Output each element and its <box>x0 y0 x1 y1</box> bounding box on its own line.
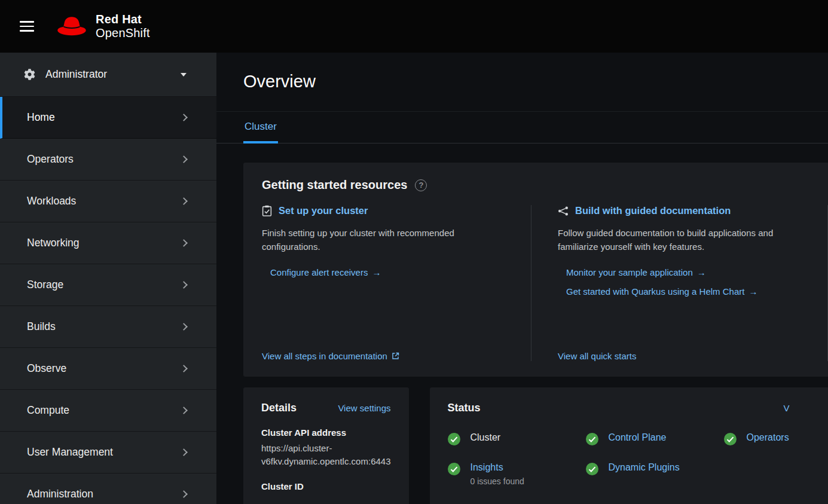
perspective-switcher[interactable]: Administrator <box>0 53 216 97</box>
brand-openshift: OpenShift <box>96 26 150 40</box>
hamburger-icon <box>20 21 34 23</box>
chevron-right-icon <box>180 114 188 121</box>
status-item-dynamic-plugins: Dynamic Plugins <box>586 462 724 486</box>
sidebar-item-networking[interactable]: Networking <box>0 222 216 264</box>
link-label: Monitor your sample application <box>566 267 693 277</box>
setup-cluster-link[interactable]: Set up your cluster <box>279 205 368 216</box>
chevron-right-icon <box>180 448 188 456</box>
status-item-insights: Insights 0 issues found <box>448 462 586 486</box>
sidebar-item-observe[interactable]: Observe <box>0 348 216 390</box>
cluster-id-field: Cluster ID <box>261 481 391 491</box>
setup-cluster-column: Set up your cluster Finish setting up yo… <box>262 205 531 361</box>
masthead: Red Hat OpenShift <box>0 0 828 53</box>
monitor-sample-application-link[interactable]: Monitor your sample application → <box>566 267 803 277</box>
sidebar-nav: Administrator Home Operators Workloads N… <box>0 53 216 504</box>
configure-alert-receivers-link[interactable]: Configure alert receivers → <box>270 267 507 277</box>
dynamic-plugins-link[interactable]: Dynamic Plugins <box>609 462 680 472</box>
sidebar-item-home[interactable]: Home <box>0 97 216 139</box>
nav-toggle-button[interactable] <box>20 20 35 33</box>
view-all-quick-starts-link[interactable]: View all quick starts <box>558 339 803 361</box>
details-card: Details View settings Cluster API addres… <box>243 387 409 504</box>
getting-started-header: Getting started resources ? <box>262 178 828 192</box>
chevron-right-icon <box>180 323 188 331</box>
clipboard-check-icon <box>262 205 272 216</box>
getting-started-columns: Set up your cluster Finish setting up yo… <box>262 205 828 361</box>
tab-cluster[interactable]: Cluster <box>243 112 278 143</box>
check-circle-icon <box>448 463 460 475</box>
nav-label: Workloads <box>27 195 76 207</box>
status-item-text: Dynamic Plugins <box>609 462 680 473</box>
check-circle-icon <box>586 433 598 445</box>
external-link-icon <box>392 352 399 360</box>
cards-row: Details View settings Cluster API addres… <box>243 387 828 504</box>
control-plane-link[interactable]: Control Plane <box>609 432 667 442</box>
nav-label: Builds <box>27 320 56 333</box>
cluster-api-address-value: https://api.cluster-v6fkv.dynamic.opentl… <box>261 442 391 468</box>
route-icon <box>558 206 569 216</box>
operators-link[interactable]: Operators <box>747 432 789 442</box>
check-circle-icon <box>724 433 737 445</box>
sidebar-item-operators[interactable]: Operators <box>0 139 216 181</box>
guided-documentation-link[interactable]: Build with guided documentation <box>575 205 731 216</box>
redhat-openshift-logo[interactable]: Red Hat OpenShift <box>56 13 150 40</box>
status-grid: Cluster Control Plane <box>448 432 828 486</box>
nav-label: Administration <box>27 488 93 500</box>
status-item-cluster: Cluster <box>448 432 586 445</box>
nav-label: Networking <box>27 237 80 249</box>
sidebar-item-workloads[interactable]: Workloads <box>0 181 216 222</box>
getting-started-title: Getting started resources <box>262 178 407 192</box>
link-label: View all quick starts <box>558 351 636 361</box>
status-header: Status <box>448 402 828 414</box>
gear-icon <box>24 69 35 80</box>
setup-cluster-heading: Set up your cluster <box>262 205 507 216</box>
view-settings-link[interactable]: View settings <box>338 403 390 413</box>
guided-documentation-description: Follow guided documentation to build app… <box>558 226 803 254</box>
main-content: Overview Cluster Getting started resourc… <box>216 53 828 504</box>
sidebar-item-compute[interactable]: Compute <box>0 390 216 432</box>
app-body: Administrator Home Operators Workloads N… <box>0 53 828 504</box>
status-card: Status V Cluster <box>430 387 828 504</box>
nav-label: Home <box>27 111 55 124</box>
setup-cluster-description: Finish setting up your cluster with reco… <box>262 226 507 254</box>
nav-label: Compute <box>27 404 69 417</box>
link-label: Get started with Quarkus using a Helm Ch… <box>566 286 744 297</box>
redhat-hat-icon <box>56 15 88 38</box>
nav-label: Storage <box>27 279 63 291</box>
cluster-id-label: Cluster ID <box>261 481 391 491</box>
check-circle-icon <box>448 433 460 445</box>
help-icon[interactable]: ? <box>415 179 427 191</box>
check-circle-icon <box>586 463 598 475</box>
chevron-right-icon <box>180 155 188 163</box>
openshift-console: Red Hat OpenShift Administrator Home Ope… <box>0 0 828 504</box>
cluster-api-address-label: Cluster API address <box>261 427 391 438</box>
nav-label: Operators <box>27 153 74 166</box>
caret-down-icon <box>181 73 187 77</box>
insights-link[interactable]: Insights <box>470 462 503 472</box>
sidebar-item-user-management[interactable]: User Management <box>0 432 216 474</box>
perspective-label: Administrator <box>45 68 107 81</box>
overview-content: Getting started resources ? Se <box>216 143 828 504</box>
chevron-right-icon <box>180 490 188 498</box>
status-item-operators: Operators <box>724 432 828 445</box>
cluster-api-address-field: Cluster API address https://api.cluster-… <box>261 427 391 468</box>
link-label: View all steps in documentation <box>262 351 387 361</box>
brand-redhat: Red Hat <box>96 13 150 26</box>
getting-started-card: Getting started resources ? Se <box>243 163 828 377</box>
chevron-right-icon <box>180 197 188 205</box>
insights-issues-count: 0 issues found <box>470 476 524 486</box>
status-view-alerts-link-truncated[interactable]: V <box>784 403 790 413</box>
page-title: Overview <box>243 71 801 92</box>
sidebar-item-administration[interactable]: Administration <box>0 474 216 504</box>
arrow-right-icon: → <box>748 286 757 297</box>
view-all-steps-link[interactable]: View all steps in documentation <box>262 339 507 361</box>
sidebar-item-storage[interactable]: Storage <box>0 264 216 306</box>
sidebar-item-builds[interactable]: Builds <box>0 306 216 348</box>
brand-text: Red Hat OpenShift <box>96 13 150 40</box>
arrow-right-icon: → <box>697 267 706 277</box>
status-title: Status <box>448 402 481 414</box>
quarkus-helm-chart-link[interactable]: Get started with Quarkus using a Helm Ch… <box>566 286 803 297</box>
nav-label: Observe <box>27 362 66 375</box>
tab-bar: Cluster <box>216 112 828 143</box>
status-item-text: Insights 0 issues found <box>470 462 524 486</box>
nav-label: User Management <box>27 446 113 459</box>
